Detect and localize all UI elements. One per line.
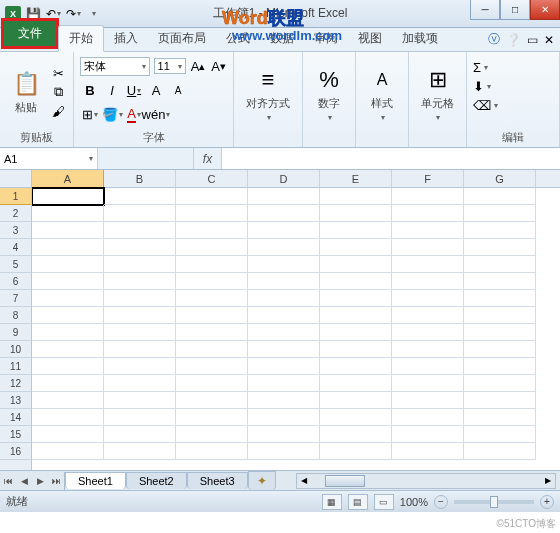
cell[interactable] <box>464 443 536 460</box>
cell[interactable] <box>104 443 176 460</box>
row-header[interactable]: 12 <box>0 375 31 392</box>
cells-button[interactable]: ⊞单元格▾ <box>415 64 460 124</box>
cell[interactable] <box>32 358 104 375</box>
sheet-nav-next-icon[interactable]: ▶ <box>32 472 48 490</box>
cell[interactable] <box>248 443 320 460</box>
cell[interactable] <box>392 222 464 239</box>
cell[interactable] <box>464 409 536 426</box>
cell[interactable] <box>248 409 320 426</box>
cell[interactable] <box>176 358 248 375</box>
cell[interactable] <box>32 341 104 358</box>
cell[interactable] <box>104 205 176 222</box>
scroll-right-icon[interactable]: ▶ <box>541 474 555 488</box>
cell[interactable] <box>104 426 176 443</box>
cell[interactable] <box>176 324 248 341</box>
cell[interactable] <box>392 324 464 341</box>
window-restore-icon[interactable]: ▭ <box>527 33 538 47</box>
row-header[interactable]: 2 <box>0 205 31 222</box>
cell[interactable] <box>392 358 464 375</box>
cell[interactable] <box>32 392 104 409</box>
row-header[interactable]: 8 <box>0 307 31 324</box>
cell[interactable] <box>176 239 248 256</box>
cell[interactable] <box>464 375 536 392</box>
cell[interactable] <box>464 256 536 273</box>
cell[interactable] <box>320 426 392 443</box>
cell[interactable] <box>464 273 536 290</box>
cell[interactable] <box>320 290 392 307</box>
name-box[interactable]: A1▾ <box>0 148 98 169</box>
row-header[interactable]: 16 <box>0 443 31 460</box>
copy-icon[interactable]: ⧉ <box>49 84 67 100</box>
cell[interactable] <box>104 375 176 392</box>
sheet-tab-1[interactable]: Sheet1 <box>65 472 126 489</box>
cell[interactable] <box>464 392 536 409</box>
cell[interactable] <box>392 375 464 392</box>
cell[interactable] <box>104 239 176 256</box>
row-header[interactable]: 4 <box>0 239 31 256</box>
cell[interactable] <box>32 426 104 443</box>
number-button[interactable]: %数字▾ <box>309 64 349 124</box>
format-painter-icon[interactable]: 🖌 <box>49 103 67 119</box>
cell[interactable] <box>248 341 320 358</box>
paste-button[interactable]: 📋 粘贴 <box>6 68 46 117</box>
cell[interactable] <box>176 375 248 392</box>
minimize-ribbon-icon[interactable]: ⓥ <box>488 31 500 48</box>
cell[interactable] <box>392 205 464 222</box>
cell[interactable] <box>32 307 104 324</box>
sheet-tab-2[interactable]: Sheet2 <box>126 472 187 489</box>
cell[interactable] <box>32 409 104 426</box>
row-header[interactable]: 9 <box>0 324 31 341</box>
cell[interactable] <box>320 358 392 375</box>
row-header[interactable]: 7 <box>0 290 31 307</box>
cell[interactable] <box>176 256 248 273</box>
help-icon[interactable]: ❔ <box>506 33 521 47</box>
cell[interactable] <box>392 443 464 460</box>
fx-button[interactable]: fx <box>194 148 222 169</box>
cell[interactable] <box>176 443 248 460</box>
cell[interactable] <box>464 358 536 375</box>
shrink-font-icon[interactable]: A▾ <box>210 56 227 76</box>
cell[interactable] <box>320 239 392 256</box>
cell[interactable] <box>392 188 464 205</box>
cell[interactable] <box>32 205 104 222</box>
cell[interactable] <box>248 273 320 290</box>
cell[interactable] <box>320 409 392 426</box>
grow-font-icon[interactable]: A▴ <box>190 56 207 76</box>
zoom-level[interactable]: 100% <box>400 496 428 508</box>
tab-view[interactable]: 视图 <box>348 26 392 51</box>
cell[interactable] <box>248 205 320 222</box>
cell[interactable] <box>320 222 392 239</box>
cell[interactable] <box>464 307 536 324</box>
cell[interactable] <box>32 256 104 273</box>
col-header[interactable]: D <box>248 170 320 187</box>
cell[interactable] <box>464 239 536 256</box>
view-page-break-icon[interactable]: ▭ <box>374 494 394 510</box>
sheet-nav-first-icon[interactable]: ⏮ <box>0 472 16 490</box>
cell[interactable] <box>248 222 320 239</box>
cell[interactable] <box>464 426 536 443</box>
row-header[interactable]: 6 <box>0 273 31 290</box>
close-button[interactable]: ✕ <box>530 0 560 20</box>
new-sheet-button[interactable]: ✦ <box>248 471 276 490</box>
col-header[interactable]: C <box>176 170 248 187</box>
font-shrink-a-icon[interactable]: A <box>168 80 188 100</box>
sheet-nav-prev-icon[interactable]: ◀ <box>16 472 32 490</box>
cell[interactable] <box>392 426 464 443</box>
cell[interactable] <box>320 256 392 273</box>
cell[interactable] <box>176 426 248 443</box>
cell[interactable] <box>248 324 320 341</box>
cell[interactable] <box>104 307 176 324</box>
cell[interactable] <box>392 256 464 273</box>
cell[interactable] <box>320 307 392 324</box>
select-all-box[interactable] <box>0 170 31 188</box>
cell[interactable] <box>392 273 464 290</box>
cell[interactable] <box>248 188 320 205</box>
cell[interactable] <box>392 307 464 324</box>
sheet-nav-last-icon[interactable]: ⏭ <box>48 472 64 490</box>
tab-home[interactable]: 开始 <box>58 25 104 52</box>
cell[interactable] <box>104 392 176 409</box>
cell[interactable] <box>320 341 392 358</box>
tab-file[interactable]: 文件 <box>2 19 58 48</box>
cell[interactable] <box>392 409 464 426</box>
cut-icon[interactable]: ✂ <box>49 65 67 81</box>
